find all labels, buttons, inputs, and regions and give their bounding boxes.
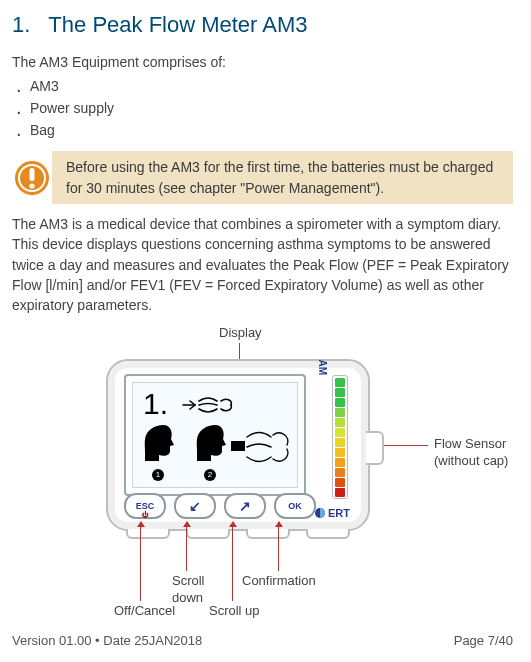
warning-icon [12,151,52,204]
version-text: Version 01.00 • Date 25JAN2018 [12,633,202,648]
scroll-down-button: ↙ [174,493,216,519]
logo-mark-icon [315,508,325,518]
confirmation-label: Confirmation [242,573,316,589]
led-segment [335,448,345,457]
flow-sensor-label: Flow Sensor (without cap) [434,436,508,469]
list-item: Power supply [12,98,513,120]
led-indicator [332,375,348,499]
instruction-heads: 1 2 [141,421,227,481]
heading-number: 1. [12,12,30,38]
arrowhead-icon [183,521,191,527]
device-feet [126,529,350,539]
arrowhead-icon [137,521,145,527]
scroll-up-button: ↗ [224,493,266,519]
scroll-down-label: Scroll down [172,573,205,606]
brand-label: AM [317,360,328,376]
logo-text: ERT [328,507,350,519]
led-segment [335,478,345,487]
led-segment [335,428,345,437]
power-icon: ⏻ [142,511,149,518]
list-item: AM3 [12,76,513,98]
svg-rect-3 [30,168,35,181]
esc-button: ESC ⏻ [124,493,166,519]
display-label: Display [219,325,262,341]
page-number: Page 7/40 [454,633,513,648]
head-badge: 2 [204,469,216,481]
page-footer: Version 01.00 • Date 25JAN2018 Page 7/40 [12,633,513,648]
section-heading: 1. The Peak Flow Meter AM3 [12,12,513,38]
led-segment [335,398,345,407]
intro-text: The AM3 Equipment comprises of: [12,52,513,72]
led-segment [335,378,345,387]
leader-line [278,527,279,571]
warning-notice: Before using the AM3 for the first time,… [12,151,513,204]
led-segment [335,438,345,447]
screen-step-number: 1. [143,387,168,421]
led-segment [335,388,345,397]
led-segment [335,408,345,417]
head-badge: 1 [152,469,164,481]
scroll-up-label: Scroll up [209,603,260,619]
device-body: 1. 1 2 [106,359,370,531]
equipment-list: AM3 Power supply Bag [12,76,513,141]
exhale-icon [229,429,291,469]
heading-title: The Peak Flow Meter AM3 [48,12,307,38]
leader-line [232,527,233,601]
device-buttons: ESC ⏻ ↙ ↗ OK [124,493,316,519]
warning-text: Before using the AM3 for the first time,… [52,151,513,204]
ok-button: OK [274,493,316,519]
led-segment [335,418,345,427]
device-display: 1. 1 2 [124,374,306,496]
device-figure: Display Flow Sensor (without cap) 1. [12,325,513,625]
svg-point-4 [29,183,34,188]
off-cancel-label: Off/Cancel [114,603,175,619]
arrowhead-icon [229,521,237,527]
arrowhead-icon [275,521,283,527]
led-segment [335,468,345,477]
flow-sensor-port [366,431,384,465]
led-segment [335,488,345,497]
leader-line [140,527,141,601]
ert-logo: ERT [315,507,350,519]
led-segment [335,458,345,467]
leader-line [384,445,428,446]
puff-icon [181,395,235,421]
description-text: The AM3 is a medical device that combine… [12,214,513,315]
leader-line [186,527,187,571]
list-item: Bag [12,120,513,142]
svg-rect-5 [231,441,245,451]
